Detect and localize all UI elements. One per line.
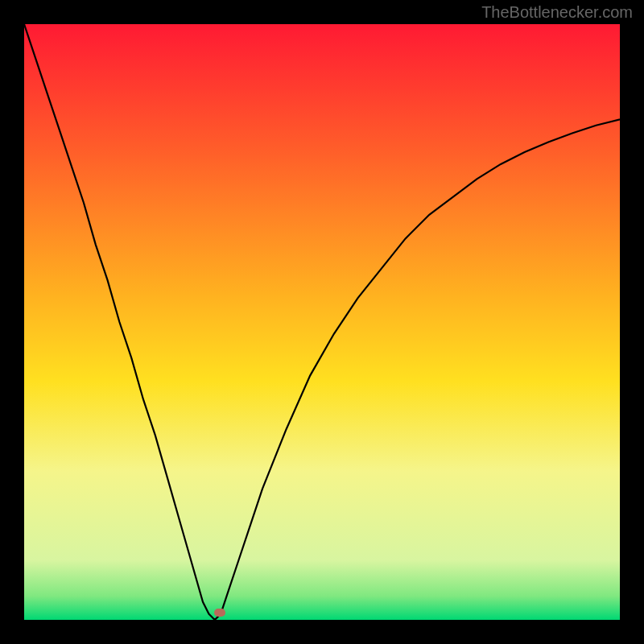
watermark-text: TheBottlenecker.com [481, 3, 633, 22]
optimal-point-marker [214, 609, 225, 617]
plot-frame [24, 24, 620, 620]
gradient-background [24, 24, 620, 620]
plot-svg [24, 24, 620, 620]
